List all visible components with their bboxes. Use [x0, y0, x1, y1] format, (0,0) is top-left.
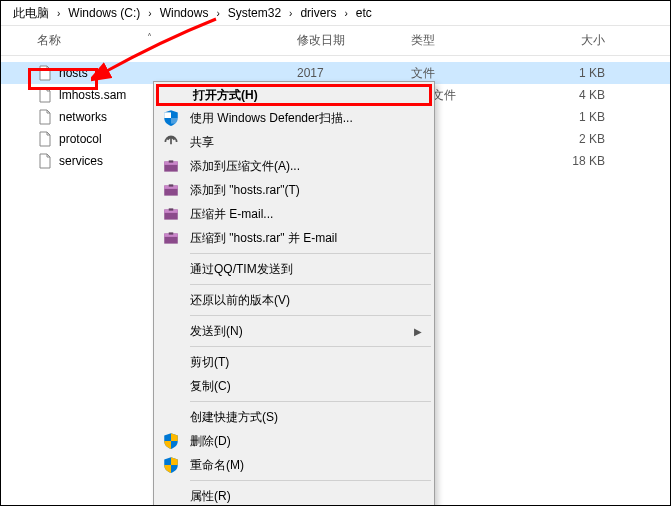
chevron-right-icon: › — [53, 8, 64, 19]
menu-open-with[interactable]: 打开方式(H) — [156, 84, 432, 106]
chevron-right-icon: ▶ — [414, 326, 422, 337]
menu-restore-previous[interactable]: 还原以前的版本(V) — [156, 288, 432, 312]
menu-separator — [190, 253, 431, 254]
file-icon — [37, 131, 53, 147]
chevron-right-icon: › — [212, 8, 223, 19]
file-date: 2017 — [297, 66, 411, 80]
svg-rect-10 — [169, 208, 174, 210]
header-type[interactable]: 类型 — [411, 32, 535, 49]
crumb-windows[interactable]: Windows — [156, 6, 213, 20]
svg-rect-1 — [171, 118, 178, 124]
svg-rect-13 — [169, 232, 174, 234]
file-size: 18 KB — [535, 154, 625, 168]
svg-rect-0 — [164, 112, 171, 118]
shield-icon — [162, 109, 180, 127]
crumb-etc[interactable]: etc — [352, 6, 376, 20]
menu-create-shortcut[interactable]: 创建快捷方式(S) — [156, 405, 432, 429]
crumb-system32[interactable]: System32 — [224, 6, 285, 20]
file-size: 1 KB — [535, 110, 625, 124]
menu-delete[interactable]: 删除(D) — [156, 429, 432, 453]
chevron-right-icon: › — [285, 8, 296, 19]
menu-copy[interactable]: 复制(C) — [156, 374, 432, 398]
svg-rect-4 — [169, 160, 174, 162]
file-size: 1 KB — [535, 66, 625, 80]
breadcrumb[interactable]: 此电脑› Windows (C:)› Windows› System32› dr… — [1, 1, 670, 25]
file-icon — [37, 153, 53, 169]
shield-uac-icon — [162, 456, 180, 474]
menu-properties[interactable]: 属性(R) — [156, 484, 432, 506]
crumb-c[interactable]: Windows (C:) — [64, 6, 144, 20]
menu-share[interactable]: 共享 — [156, 130, 432, 154]
file-icon — [37, 87, 53, 103]
menu-compress-email[interactable]: 压缩并 E-mail... — [156, 202, 432, 226]
menu-add-to-hosts-rar[interactable]: 添加到 "hosts.rar"(T) — [156, 178, 432, 202]
winrar-icon — [162, 181, 180, 199]
header-date[interactable]: 修改日期 — [297, 32, 411, 49]
column-headers: 名称˄ 修改日期 类型 大小 — [1, 26, 670, 56]
chevron-right-icon: › — [340, 8, 351, 19]
header-name[interactable]: 名称˄ — [37, 32, 297, 49]
share-icon — [162, 133, 180, 151]
menu-compress-rar-email[interactable]: 压缩到 "hosts.rar" 并 E-mail — [156, 226, 432, 250]
file-size: 4 KB — [535, 88, 625, 102]
file-size: 2 KB — [535, 132, 625, 146]
menu-separator — [190, 315, 431, 316]
menu-send-qq[interactable]: 通过QQ/TIM发送到 — [156, 257, 432, 281]
file-type: 文件 — [411, 65, 535, 82]
menu-rename[interactable]: 重命名(M) — [156, 453, 432, 477]
svg-rect-7 — [169, 184, 174, 186]
winrar-icon — [162, 157, 180, 175]
crumb-pc[interactable]: 此电脑 — [9, 5, 53, 22]
menu-cut[interactable]: 剪切(T) — [156, 350, 432, 374]
menu-defender-scan[interactable]: 使用 Windows Defender扫描... — [156, 106, 432, 130]
header-size[interactable]: 大小 — [535, 32, 625, 49]
menu-separator — [190, 284, 431, 285]
crumb-drivers[interactable]: drivers — [296, 6, 340, 20]
menu-separator — [190, 401, 431, 402]
winrar-icon — [162, 205, 180, 223]
file-icon — [37, 65, 53, 81]
file-icon — [37, 109, 53, 125]
menu-send-to[interactable]: 发送到(N)▶ — [156, 319, 432, 343]
file-name: hosts — [59, 66, 297, 80]
shield-uac-icon — [162, 432, 180, 450]
sort-asc-icon: ˄ — [147, 32, 152, 43]
menu-separator — [190, 346, 431, 347]
context-menu: 打开方式(H) 使用 Windows Defender扫描... 共享 添加到压… — [153, 81, 435, 506]
menu-separator — [190, 480, 431, 481]
chevron-right-icon: › — [144, 8, 155, 19]
winrar-icon — [162, 229, 180, 247]
menu-add-to-archive[interactable]: 添加到压缩文件(A)... — [156, 154, 432, 178]
